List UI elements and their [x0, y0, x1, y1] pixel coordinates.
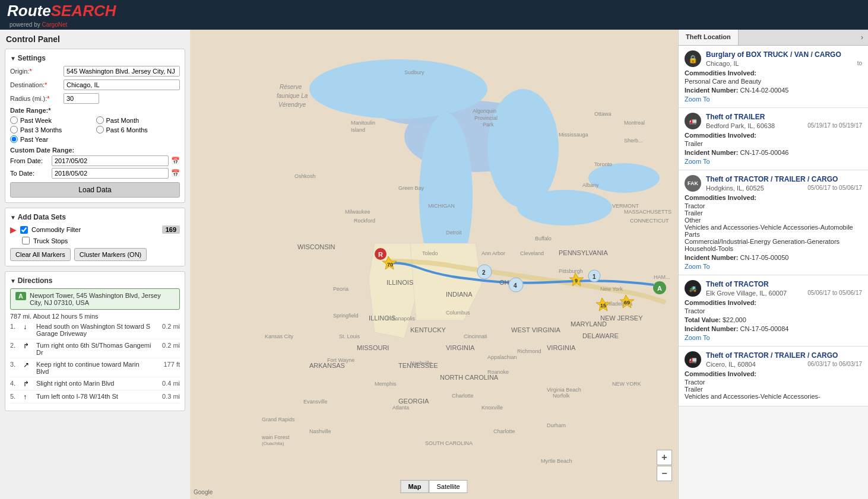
incident-1-header: 🔒 Burglary of BOX TRUCK / VAN / CARGO Ch…: [685, 50, 862, 67]
zoom-in-button[interactable]: +: [657, 450, 672, 465]
incident-card-2[interactable]: 🚛 Theft of TRAILER Bedford Park, IL, 606…: [679, 108, 868, 170]
svg-text:St. Louis: St. Louis: [339, 333, 360, 339]
destination-label: Destination:*: [10, 81, 64, 88]
map-type-map-button[interactable]: Map: [400, 480, 429, 493]
map-zoom-controls: + −: [657, 450, 672, 481]
past-6-months-radio[interactable]: [96, 126, 104, 134]
past-month-radio[interactable]: [96, 116, 104, 124]
incident-3-number: Incident Number: CN-17-05-00050: [685, 254, 862, 261]
past-6-months-option[interactable]: Past 6 Months: [96, 126, 180, 134]
svg-text:GEORGIA: GEORGIA: [398, 398, 429, 405]
svg-text:faunique La: faunique La: [277, 93, 308, 99]
step-num-3: 3.: [10, 361, 20, 368]
directions-title[interactable]: Directions: [10, 276, 180, 285]
svg-text:Durham: Durham: [547, 422, 566, 428]
svg-text:1: 1: [593, 274, 596, 280]
incident-1-number-label: Incident Number:: [685, 87, 740, 94]
incident-4-zoom-link[interactable]: Zoom To: [685, 334, 710, 341]
svg-text:Evansville: Evansville: [303, 399, 328, 405]
map-container[interactable]: WISCONSIN ILLINOIS INDIANA OHIO PENNSYLV…: [190, 30, 678, 499]
incident-card-4[interactable]: 🚜 Theft of TRACTOR Elk Grove Village, IL…: [679, 275, 868, 347]
logo-route-text: Route: [7, 2, 51, 20]
past-week-radio[interactable]: [10, 116, 18, 124]
commodity-filter-label: Commodity Filter: [31, 226, 159, 233]
clear-all-markers-button[interactable]: Clear All Markers: [10, 248, 71, 261]
incident-5-date: 06/03/17 to 06/03/17: [807, 361, 862, 368]
powered-by-text: powered by: [9, 21, 42, 28]
svg-text:70: 70: [387, 262, 393, 268]
to-date-input[interactable]: [52, 168, 169, 179]
incident-2-location: Bedford Park, IL, 60638 05/19/17 to 05/1…: [706, 122, 862, 129]
incident-3-zoom-link[interactable]: Zoom To: [685, 263, 710, 270]
incident-2-body: Commodities Involved: Trailer Incident N…: [685, 132, 862, 165]
past-year-option[interactable]: Past Year: [10, 135, 94, 143]
svg-text:MASSACHUSETTS: MASSACHUSETTS: [624, 209, 671, 215]
to-date-label: To Date:: [10, 170, 52, 177]
origin-input[interactable]: [64, 66, 180, 77]
destination-input[interactable]: [64, 80, 180, 90]
incident-1-zoom-link[interactable]: Zoom To: [685, 96, 710, 103]
directions-origin-address: Newport Tower, 545 Washington Blvd, Jers…: [30, 292, 175, 306]
past-3-months-option[interactable]: Past 3 Months: [10, 126, 94, 134]
svg-text:Appalachian: Appalachian: [487, 354, 517, 360]
commodity-filter-checkbox[interactable]: [20, 226, 28, 234]
settings-title[interactable]: Settings: [10, 54, 180, 62]
svg-text:NEW JERSEY: NEW JERSEY: [600, 314, 643, 322]
to-date-calendar-icon[interactable]: 📅: [171, 169, 180, 177]
truck-stops-checkbox[interactable]: [22, 237, 30, 244]
svg-text:Toledo: Toledo: [422, 250, 438, 256]
past-week-label: Past Week: [20, 117, 52, 124]
cluster-markers-button[interactable]: Cluster Markers (ON): [74, 248, 147, 261]
incident-5-body: Commodities Involved: TractorTrailerVehi…: [685, 370, 862, 400]
past-year-radio[interactable]: [10, 135, 18, 143]
incident-4-number: Incident Number: CN-17-05-00084: [685, 325, 862, 332]
theft-location-tab[interactable]: Theft Location: [679, 30, 739, 45]
svg-text:CONNECTICUT: CONNECTICUT: [630, 218, 669, 224]
past-month-option[interactable]: Past Month: [96, 116, 180, 124]
map-type-satellite-button[interactable]: Satellite: [429, 480, 467, 493]
past-month-label: Past Month: [106, 117, 140, 124]
svg-text:VIRGINIA: VIRGINIA: [547, 344, 576, 351]
svg-text:Sherb...: Sherb...: [624, 138, 643, 144]
incident-4-number-label: Incident Number:: [685, 325, 740, 332]
incident-card-5[interactable]: 🚛 Theft of TRACTOR / TRAILER / CARGO Cic…: [679, 347, 868, 406]
commodity-filter-row: ▶ Commodity Filter 169: [10, 225, 180, 234]
directions-summary: 787 mi. About 12 hours 5 mins: [10, 313, 180, 320]
svg-text:Charlotte: Charlotte: [493, 428, 515, 434]
svg-text:Pittsburgh: Pittsburgh: [559, 268, 583, 274]
svg-text:Manitoulin: Manitoulin: [351, 120, 375, 126]
incident-3-commodities-label: Commodities Involved:: [685, 194, 756, 201]
commodity-play-icon[interactable]: ▶: [10, 225, 17, 234]
svg-text:Algonquin: Algonquin: [473, 108, 496, 114]
past-3-months-radio[interactable]: [10, 126, 18, 134]
step-text-1: Head south on Washington St toward S Gar…: [36, 323, 153, 337]
incident-2-zoom-link[interactable]: Zoom To: [685, 158, 710, 165]
step-num-1: 1.: [10, 323, 20, 330]
step-num-2: 2.: [10, 342, 20, 349]
incident-card-3[interactable]: FAK Theft of TRACTOR / TRAILER / CARGO H…: [679, 170, 868, 275]
svg-text:SOUTH CAROLINA: SOUTH CAROLINA: [425, 440, 473, 446]
svg-point-6: [309, 59, 487, 119]
incident-1-city: Chicago, IL: [706, 60, 739, 67]
svg-text:Richmond: Richmond: [517, 348, 541, 354]
dir-step-2: 2. ↱ Turn right onto 6th St/Thomas Gange…: [10, 342, 180, 358]
from-date-input[interactable]: [52, 155, 169, 166]
incident-4-commodities: Tractor: [685, 307, 862, 314]
radius-input[interactable]: [64, 93, 99, 104]
incident-4-commodities-label: Commodities Involved:: [685, 299, 756, 306]
past-week-option[interactable]: Past Week: [10, 116, 94, 124]
load-data-button[interactable]: Load Data: [10, 182, 180, 198]
zoom-out-button[interactable]: −: [657, 466, 672, 481]
incident-1-body: Commodities Involved: Personal Care and …: [685, 69, 862, 103]
panel-collapse-button[interactable]: ›: [856, 30, 868, 45]
svg-text:Norfolk: Norfolk: [553, 393, 570, 399]
svg-text:(Ouachita): (Ouachita): [262, 441, 284, 446]
origin-marker-a: A: [15, 292, 26, 300]
incident-4-total-value: Total Value: $22,000: [685, 316, 862, 323]
date-range-label: Date Range:*: [10, 107, 180, 114]
incident-card-1[interactable]: 🔒 Burglary of BOX TRUCK / VAN / CARGO Ch…: [679, 46, 868, 108]
from-date-calendar-icon[interactable]: 📅: [171, 157, 180, 165]
svg-text:69: 69: [624, 300, 630, 306]
add-datasets-title[interactable]: Add Data Sets: [10, 213, 180, 221]
past-3-months-label: Past 3 Months: [20, 126, 62, 134]
